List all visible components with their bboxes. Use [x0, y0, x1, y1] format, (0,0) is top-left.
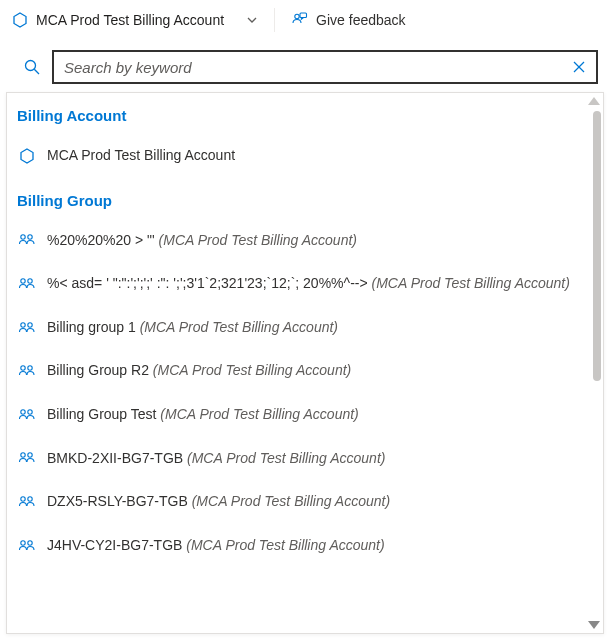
list-item[interactable]: Billing group 1 (MCA Prod Test Billing A…	[7, 306, 585, 350]
group-icon	[17, 494, 37, 510]
list-item-text: J4HV-CY2I-BG7-TGB (MCA Prod Test Billing…	[47, 536, 575, 556]
list-item[interactable]: %< asd= ' ":":';';';' :": ';';3'1`2;321'…	[7, 262, 585, 306]
item-name: Billing Group R2	[47, 362, 153, 378]
search-box[interactable]	[52, 50, 598, 84]
section-header: Billing Account	[7, 93, 585, 134]
svg-point-18	[21, 453, 25, 457]
search-input[interactable]	[54, 59, 562, 76]
item-suffix: (MCA Prod Test Billing Account)	[140, 319, 338, 335]
list-item-text: DZX5-RSLY-BG7-TGB (MCA Prod Test Billing…	[47, 492, 575, 512]
chevron-down-icon	[246, 14, 258, 26]
svg-line-4	[34, 69, 39, 74]
list-item[interactable]: DZX5-RSLY-BG7-TGB (MCA Prod Test Billing…	[7, 480, 585, 524]
item-suffix: (MCA Prod Test Billing Account)	[160, 406, 358, 422]
svg-point-3	[26, 61, 36, 71]
feedback-label: Give feedback	[316, 12, 406, 28]
svg-marker-0	[14, 13, 26, 27]
item-suffix: (MCA Prod Test Billing Account)	[159, 232, 357, 248]
list-item[interactable]: Billing Group Test (MCA Prod Test Billin…	[7, 393, 585, 437]
svg-point-12	[21, 322, 25, 326]
clear-button[interactable]	[562, 52, 596, 82]
item-suffix: (MCA Prod Test Billing Account)	[153, 362, 351, 378]
svg-point-10	[21, 279, 25, 283]
svg-point-1	[295, 14, 299, 18]
scope-label: MCA Prod Test Billing Account	[36, 12, 224, 28]
search-icon	[12, 58, 52, 76]
svg-point-14	[21, 366, 25, 370]
item-suffix: (MCA Prod Test Billing Account)	[187, 450, 385, 466]
group-icon	[17, 450, 37, 466]
list-item-text: %20%20%20 > "' (MCA Prod Test Billing Ac…	[47, 231, 575, 251]
hexagon-icon	[12, 12, 28, 28]
section-header: Billing Group	[7, 178, 585, 219]
item-name: %20%20%20 > "'	[47, 232, 159, 248]
svg-point-19	[28, 453, 32, 457]
svg-marker-7	[21, 149, 33, 163]
item-suffix: (MCA Prod Test Billing Account)	[186, 537, 384, 553]
scroll-thumb[interactable]	[593, 111, 601, 381]
group-icon	[17, 320, 37, 336]
search-bar	[0, 40, 610, 92]
svg-point-22	[21, 540, 25, 544]
list-item-text: %< asd= ' ":":';';';' :": ';';3'1`2;321'…	[47, 274, 575, 294]
list-item[interactable]: BMKD-2XII-BG7-TGB (MCA Prod Test Billing…	[7, 437, 585, 481]
item-name: MCA Prod Test Billing Account	[47, 147, 235, 163]
item-name: J4HV-CY2I-BG7-TGB	[47, 537, 186, 553]
feedback-icon	[291, 11, 308, 28]
list-item-text: Billing group 1 (MCA Prod Test Billing A…	[47, 318, 575, 338]
svg-point-8	[21, 235, 25, 239]
svg-point-11	[28, 279, 32, 283]
group-icon	[17, 232, 37, 248]
feedback-button[interactable]: Give feedback	[279, 0, 418, 40]
group-icon	[17, 538, 37, 554]
list-item[interactable]: J4HV-CY2I-BG7-TGB (MCA Prod Test Billing…	[7, 524, 585, 568]
svg-rect-2	[300, 13, 307, 18]
item-suffix: (MCA Prod Test Billing Account)	[372, 275, 570, 291]
list-item[interactable]: %20%20%20 > "' (MCA Prod Test Billing Ac…	[7, 219, 585, 263]
list-item-text: MCA Prod Test Billing Account	[47, 146, 575, 166]
svg-point-9	[28, 235, 32, 239]
topbar: MCA Prod Test Billing Account Give feedb…	[0, 0, 610, 40]
svg-point-15	[28, 366, 32, 370]
group-icon	[17, 363, 37, 379]
list-item-text: Billing Group R2 (MCA Prod Test Billing …	[47, 361, 575, 381]
scope-dropdown[interactable]: MCA Prod Test Billing Account	[0, 0, 270, 40]
svg-point-21	[28, 497, 32, 501]
results-panel: Billing AccountMCA Prod Test Billing Acc…	[6, 92, 604, 634]
svg-point-23	[28, 540, 32, 544]
item-name: Billing Group Test	[47, 406, 160, 422]
list-item-text: BMKD-2XII-BG7-TGB (MCA Prod Test Billing…	[47, 449, 575, 469]
list-item-text: Billing Group Test (MCA Prod Test Billin…	[47, 405, 575, 425]
item-name: Billing group 1	[47, 319, 140, 335]
item-suffix: (MCA Prod Test Billing Account)	[192, 493, 390, 509]
item-name: %< asd= ' ":":';';';' :": ';';3'1`2;321'…	[47, 275, 372, 291]
svg-point-16	[21, 410, 25, 414]
hexagon-icon	[17, 148, 37, 164]
item-name: DZX5-RSLY-BG7-TGB	[47, 493, 192, 509]
svg-point-20	[21, 497, 25, 501]
group-icon	[17, 407, 37, 423]
list-item[interactable]: Billing Group R2 (MCA Prod Test Billing …	[7, 349, 585, 393]
group-icon	[17, 276, 37, 292]
list-item[interactable]: MCA Prod Test Billing Account	[7, 134, 585, 178]
results-list[interactable]: Billing AccountMCA Prod Test Billing Acc…	[7, 93, 603, 633]
item-name: BMKD-2XII-BG7-TGB	[47, 450, 187, 466]
divider	[274, 8, 275, 32]
close-icon	[572, 60, 586, 74]
svg-point-13	[28, 322, 32, 326]
svg-point-17	[28, 410, 32, 414]
